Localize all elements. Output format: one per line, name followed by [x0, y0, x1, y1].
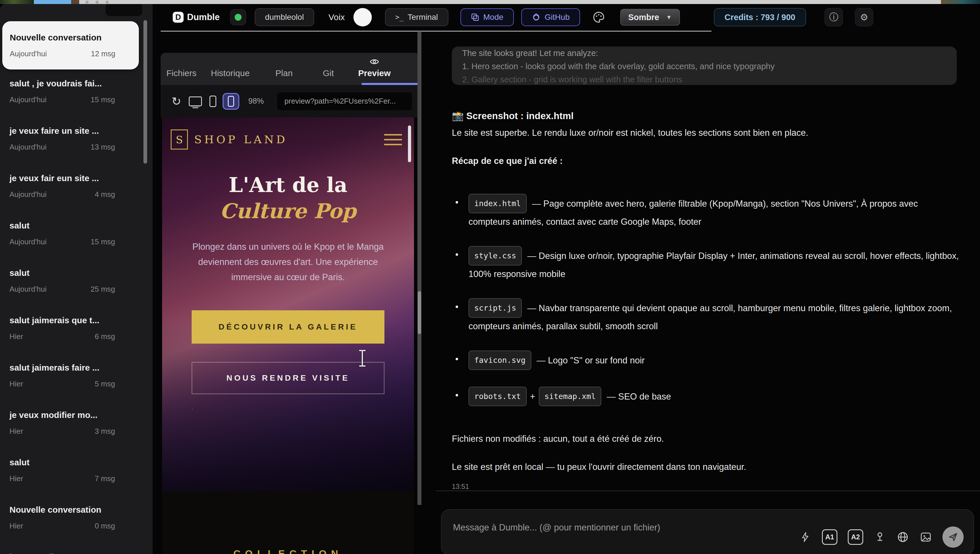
refresh-icon[interactable]: ↻: [172, 96, 181, 107]
message-timestamp: 13:51: [452, 482, 980, 490]
bullet-dot: •: [455, 351, 458, 367]
file-chip[interactable]: style.css: [468, 246, 522, 265]
site-viewport: S SHOP LAND L'Art de la Culture Pop Plon…: [162, 117, 414, 554]
settings-button[interactable]: ⚙: [855, 8, 873, 26]
conversation-msg-count: 3 msg: [95, 427, 115, 436]
composer-actions: A1 A2: [799, 527, 964, 548]
mobile-view-button[interactable]: [223, 93, 239, 110]
conversation-item[interactable]: je veux relier une ap...: [0, 549, 153, 554]
help-button[interactable]: ⓘ: [824, 8, 843, 26]
theme-select[interactable]: Sombre ▼: [620, 9, 680, 26]
conversation-meta: Hier5 msg: [10, 380, 115, 388]
desktop-view-icon[interactable]: [189, 96, 202, 106]
conversation-title: salut: [10, 221, 153, 230]
conversation-item[interactable]: je veux faire un site ...Aujourd'hui13 m…: [0, 123, 153, 171]
conversation-title: salut: [10, 458, 153, 467]
hamburger-menu-icon[interactable]: [384, 134, 402, 145]
bullet-text: — Page complète avec hero, galerie filtr…: [468, 199, 918, 227]
conversation-title: je veux relier une ap...: [10, 552, 153, 554]
conversation-msg-count: 25 msg: [91, 285, 115, 294]
conversation-item[interactable]: salut jaimerais que t...Hier6 msg: [0, 313, 153, 360]
conversation-date: Hier: [10, 522, 23, 530]
conversation-item[interactable]: salutAujourd'hui25 msg: [0, 265, 153, 313]
eye-icon: [369, 57, 379, 66]
status-button[interactable]: [230, 9, 246, 25]
mode-button[interactable]: Mode: [460, 8, 514, 26]
chat-panel: The site looks great! Let me analyze:1. …: [428, 31, 980, 554]
terminal-label: Terminal: [408, 13, 438, 22]
conversation-item[interactable]: Nouvelle conversationHier0 msg: [0, 502, 153, 549]
conversation-date: Hier: [10, 380, 23, 388]
conversation-title: salut , je voudrais fai...: [10, 79, 153, 88]
topbar: D Dumble dumbleolol Voix >_ Terminal Mod…: [153, 4, 980, 30]
file-chip[interactable]: favicon.svg: [468, 350, 531, 370]
tablet-view-icon[interactable]: [209, 96, 216, 107]
workspace-button[interactable]: dumbleolol: [255, 8, 314, 26]
window-traffic-light[interactable]: [106, 1, 109, 4]
conversation-meta: Aujourd'hui12 msg: [10, 49, 115, 58]
site-secondary-button[interactable]: NOUS RENDRE VISITE: [192, 362, 384, 394]
terminal-button[interactable]: >_ Terminal: [385, 8, 449, 26]
dumble-logo-icon: D: [173, 12, 184, 23]
conversation-item[interactable]: Nouvelle conversationAujourd'hui12 msg: [2, 21, 139, 69]
palette-icon[interactable]: [592, 11, 605, 24]
window-traffic-light[interactable]: [86, 1, 89, 4]
message-closing: Le site est prêt en local — tu peux l'ou…: [452, 462, 980, 472]
conversation-meta: Hier7 msg: [10, 474, 115, 483]
tab-preview[interactable]: Preview: [358, 57, 390, 78]
conversation-title: je veux fair eun site ...: [10, 173, 153, 183]
site-primary-button[interactable]: DÉCOUVRIR LA GALERIE: [192, 310, 384, 343]
sidebar-scrollbar[interactable]: [143, 20, 147, 164]
file-chip[interactable]: index.html: [468, 194, 527, 213]
conversation-meta: Hier6 msg: [10, 332, 115, 341]
conversation-item[interactable]: salut , je voudrais fai...Aujourd'hui15 …: [0, 76, 153, 123]
voice-toggle[interactable]: [353, 8, 372, 26]
preview-url-field[interactable]: preview?path=%2FUsers%2Fer...: [277, 93, 412, 110]
pane-divider-scrollbar[interactable]: [417, 31, 422, 505]
scrollbar-thumb[interactable]: [418, 291, 421, 334]
site-section-label: COLLECTION: [162, 548, 414, 554]
sidebar-header-button[interactable]: [106, 4, 142, 16]
agent1-badge[interactable]: A1: [822, 529, 837, 545]
conversation-title: salut jaimerais que t...: [10, 316, 153, 325]
conversation-msg-count: 7 msg: [95, 474, 115, 483]
agent2-badge[interactable]: A2: [848, 529, 863, 545]
conversation-meta: Aujourd'hui15 msg: [10, 237, 115, 246]
file-bullet: •style.css — Design luxe or/noir, typogr…: [452, 247, 959, 282]
conversation-meta: Hier3 msg: [10, 427, 115, 436]
file-chip[interactable]: script.js: [468, 298, 522, 318]
mode-label: Mode: [484, 13, 503, 22]
conversation-item[interactable]: je veux fair eun site ...Aujourd'hui4 ms…: [0, 171, 153, 218]
bullet-text: — SEO de base: [604, 391, 671, 402]
message-intro: Le site est superbe. Le rendu luxe or/no…: [452, 128, 980, 138]
pin-button[interactable]: [873, 531, 886, 543]
conversation-item[interactable]: salut jaimerais faire ...Hier5 msg: [0, 360, 153, 407]
file-bullet: •favicon.svg — Logo "S" or sur fond noir: [452, 351, 959, 370]
theme-value: Sombre: [628, 13, 659, 22]
tab-historique[interactable]: Historique: [211, 68, 250, 78]
conversation-item[interactable]: salutHier7 msg: [0, 455, 153, 502]
bullet-text: — Navbar transparente qui devient opaque…: [468, 303, 952, 331]
attach-image-button[interactable]: [920, 531, 932, 543]
tab-git[interactable]: Git: [323, 68, 334, 78]
conversation-item[interactable]: je veux modifier mo...Hier3 msg: [0, 407, 153, 455]
tab-fichiers[interactable]: Fichiers: [166, 68, 197, 78]
github-button[interactable]: GitHub: [521, 8, 580, 26]
app-name: Dumble: [187, 12, 220, 22]
file-chip[interactable]: robots.txt: [468, 386, 527, 406]
web-button[interactable]: [897, 531, 909, 543]
file-chip[interactable]: sitemap.xml: [539, 386, 601, 406]
previous-message-line: The site looks great! Let me analyze:: [462, 46, 947, 60]
bullet-dot: •: [455, 247, 458, 263]
conversation-meta: Aujourd'hui13 msg: [10, 143, 115, 152]
window-traffic-light[interactable]: [95, 1, 99, 4]
bullet-dot: •: [455, 387, 458, 403]
conversation-item[interactable]: salutAujourd'hui15 msg: [0, 218, 153, 265]
send-button[interactable]: [942, 527, 964, 548]
quick-actions-button[interactable]: [799, 531, 811, 543]
chat-input[interactable]: [453, 522, 826, 533]
tab-plan[interactable]: Plan: [275, 68, 293, 78]
bullet-dot: •: [455, 299, 458, 315]
conversation-date: Aujourd'hui: [10, 143, 46, 152]
site-logo[interactable]: S: [171, 129, 188, 150]
